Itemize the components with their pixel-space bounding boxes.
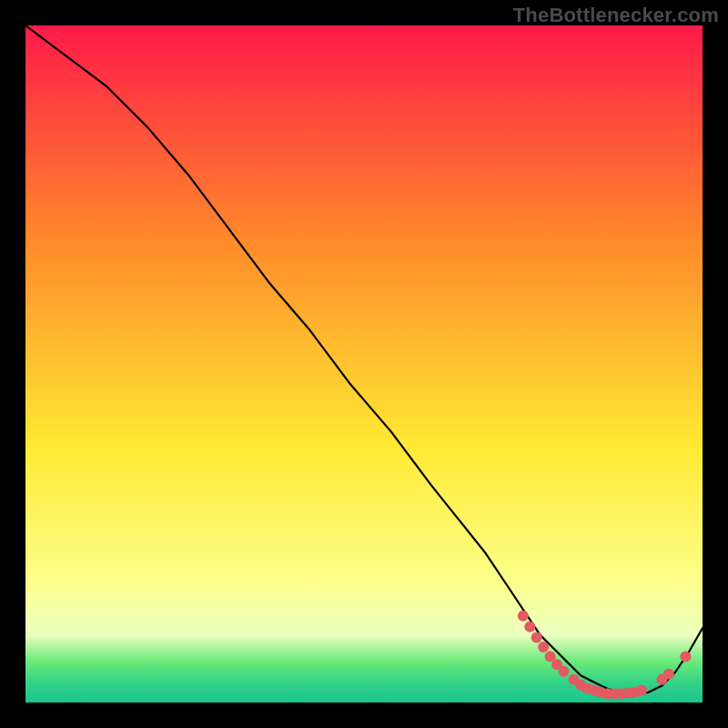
data-marker: [538, 642, 549, 652]
data-marker: [531, 632, 542, 643]
data-marker: [636, 685, 647, 696]
gradient-background: [25, 25, 703, 703]
watermark-text: TheBottlenecker.com: [513, 4, 719, 27]
plot-svg: [25, 25, 703, 703]
data-marker: [524, 622, 535, 632]
plot-area: [25, 25, 703, 703]
data-marker: [518, 611, 529, 622]
data-marker: [663, 669, 674, 680]
data-marker: [559, 666, 570, 677]
chart-stage: TheBottlenecker.com: [0, 0, 728, 728]
data-marker: [680, 651, 691, 662]
